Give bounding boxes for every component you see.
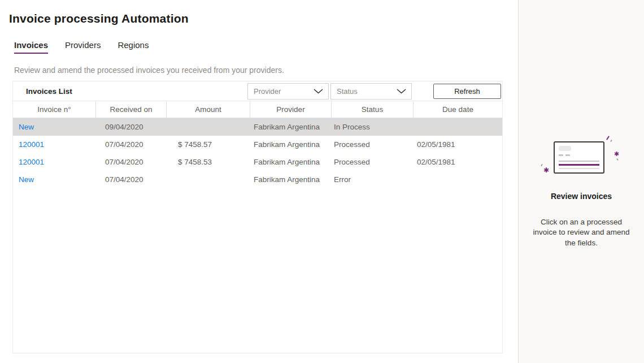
invoices-toolbar: Invoices List Provider Status Refresh [13,81,502,101]
column-header-amount: Amount [166,101,250,118]
sidebar-heading: Review invoices [519,192,644,201]
table-row[interactable]: New 09/04/2020 Fabrikam Argentina In Pro… [13,118,502,136]
column-header-due-date: Due date [413,101,502,118]
invoice-link[interactable]: 120001 [19,158,44,166]
invoice-link[interactable]: New [19,175,34,184]
refresh-button[interactable]: Refresh [433,84,501,99]
provider-cell: Fabrikam Argentina [250,140,331,149]
sparkle-tick-icon [610,140,612,142]
invoices-list-card: Invoices List Provider Status Refresh In… [12,81,503,353]
due-date-cell: 02/05/1981 [413,140,502,149]
chevron-down-icon [397,89,406,94]
due-date-cell: 02/05/1981 [413,158,502,166]
received-on-cell: 09/04/2020 [95,123,166,131]
tab-providers[interactable]: Providers [65,40,101,54]
sparkle-tick-icon [606,136,610,140]
sparkle-tick-icon [541,164,543,166]
invoice-link[interactable]: 120001 [19,140,44,149]
sidebar-description: Click on an a processed invoice to revie… [529,217,633,248]
invoice-document-icon [554,141,604,174]
status-cell: In Process [331,123,413,131]
tab-regions[interactable]: Regions [118,40,149,54]
page-title: Invoice processing Automation [9,12,518,25]
main-content: Invoice processing Automation Invoices P… [0,0,518,363]
amount-cell: $ 7458.57 [166,140,250,149]
invoice-document-illustration: ✱ ✱ [539,136,624,184]
column-header-invoice: Invoice n° [13,101,95,118]
provider-filter-placeholder: Provider [254,87,281,96]
provider-filter-dropdown[interactable]: Provider [247,83,329,100]
status-cell: Error [331,175,413,184]
help-sidebar: ✱ ✱ Review invoices Click on an a proces… [518,0,644,363]
list-title: Invoices List [26,87,72,96]
sparkle-tick-icon [616,158,619,161]
amount-cell: $ 7458.53 [166,158,250,166]
provider-cell: Fabrikam Argentina [250,158,331,166]
status-filter-dropdown[interactable]: Status [330,83,412,100]
tab-bar: Invoices Providers Regions [14,40,518,54]
received-on-cell: 07/04/2020 [95,158,166,166]
table-row[interactable]: New 07/04/2020 Fabrikam Argentina Error [13,171,502,188]
provider-cell: Fabrikam Argentina [250,175,331,184]
column-header-received: Received on [95,101,166,118]
status-filter-placeholder: Status [337,87,358,96]
chevron-down-icon [314,89,323,94]
table-row[interactable]: 120001 07/04/2020 $ 7458.57 Fabrikam Arg… [13,136,502,153]
received-on-cell: 07/04/2020 [95,140,166,149]
sparkle-star-icon: ✱ [543,166,549,174]
tab-invoices[interactable]: Invoices [14,40,48,54]
column-header-status: Status [331,101,413,118]
invoice-link[interactable]: New [19,123,34,131]
status-cell: Processed [331,158,413,166]
table-header-row: Invoice n° Received on Amount Provider S… [13,101,502,118]
provider-cell: Fabrikam Argentina [250,123,331,131]
column-header-provider: Provider [250,101,331,118]
received-on-cell: 07/04/2020 [95,175,166,184]
table-row[interactable]: 120001 07/04/2020 $ 7458.53 Fabrikam Arg… [13,153,502,171]
page-subtitle: Review and amend the processed invoices … [14,66,518,75]
sparkle-star-icon: ✱ [614,150,619,158]
status-cell: Processed [331,140,413,149]
